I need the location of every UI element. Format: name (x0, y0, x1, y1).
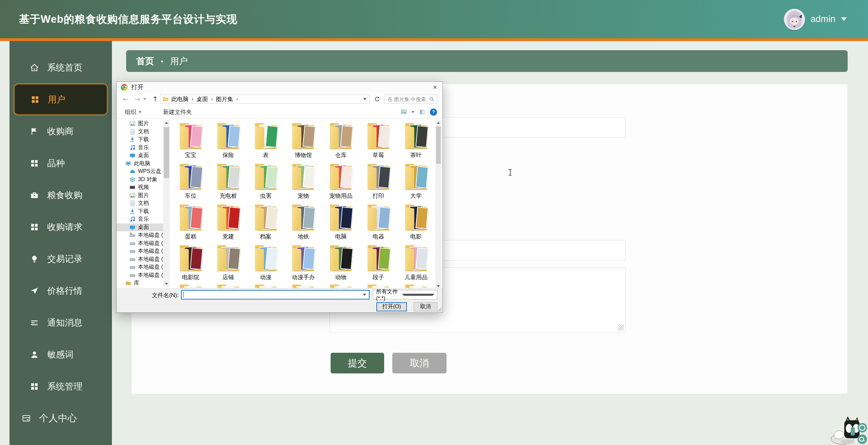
new-folder-button[interactable]: 新建文件夹 (163, 108, 192, 116)
search-input[interactable] (385, 96, 428, 102)
tree-item[interactable]: 此电脑 (117, 160, 163, 168)
folder-item[interactable]: 宝宝 (172, 121, 210, 162)
folder-item[interactable]: 草莓 (360, 121, 397, 162)
chevron-down-icon[interactable] (363, 294, 366, 296)
tree-scrollbar[interactable] (163, 120, 170, 287)
cancel-button[interactable]: 取消 (392, 353, 447, 373)
dialog-cancel-button[interactable]: 取消 (414, 302, 437, 311)
folder-item[interactable]: 博物馆 (284, 121, 322, 162)
dialog-titlebar[interactable]: 打开 × (117, 82, 442, 93)
tree-item[interactable]: 图片 (117, 120, 163, 128)
textarea-resize-grip[interactable] (618, 325, 624, 331)
folder-item[interactable]: 蛋糕 (172, 202, 210, 243)
refresh-button[interactable] (372, 94, 382, 104)
sidebar-item[interactable]: 个人中心 (9, 402, 112, 434)
dialog-resize-grip[interactable] (437, 307, 442, 312)
filetype-filter[interactable]: 所有文件 (*.*) (373, 290, 437, 299)
folder-item[interactable]: 儿童用品 (397, 243, 435, 284)
tree-item[interactable]: WPS云盘 (117, 168, 163, 176)
folder-item[interactable]: 档案 (247, 202, 284, 243)
breadcrumb-home[interactable]: 首页 (136, 55, 154, 67)
folder-item[interactable]: 动漫手办 (284, 243, 322, 284)
filename-combo[interactable] (181, 290, 370, 299)
tree-item[interactable]: 音乐 (117, 144, 163, 152)
address-bar[interactable]: 此电脑 › 桌面 › 图片集 › (160, 94, 370, 104)
scroll-down-icon[interactable] (437, 285, 440, 287)
tree-item[interactable]: 图片 (117, 192, 163, 200)
sidebar-item[interactable]: 系统管理 (9, 370, 112, 402)
sidebar-item[interactable]: 通知消息 (9, 307, 112, 338)
tree-item[interactable]: 文档 (117, 199, 163, 208)
help-icon[interactable]: ? (430, 109, 437, 116)
folder-item[interactable]: 电器 (360, 202, 397, 243)
tree-item[interactable]: 桌面 (117, 224, 163, 232)
tree-item[interactable]: 下载 (117, 208, 163, 216)
scrollbar-thumb[interactable] (436, 127, 441, 164)
sidebar-item[interactable]: 用户 (14, 83, 108, 115)
user-menu[interactable]: admin (784, 0, 847, 38)
folder-item[interactable]: 宠物用品 (322, 162, 360, 202)
up-icon[interactable]: ↑ (153, 95, 158, 103)
folder-item[interactable]: 动物 (322, 243, 360, 284)
dialog-open-button[interactable]: 打开(O) (376, 302, 407, 311)
sidebar-item[interactable]: 价格行情 (9, 275, 112, 307)
tree-item[interactable]: 库 (117, 279, 163, 287)
scroll-up-icon[interactable] (165, 122, 168, 124)
address-crumb[interactable]: 图片集 (215, 95, 234, 103)
folder-item[interactable]: 电影 (397, 202, 435, 243)
grid-scrollbar[interactable] (435, 120, 441, 289)
scrollbar-thumb[interactable] (164, 127, 169, 178)
tree-item[interactable]: 本地磁盘 (I:) (117, 271, 163, 279)
tree-item[interactable]: 本地磁盘 (E:) (117, 239, 163, 248)
sidebar-item[interactable]: 交易记录 (9, 243, 112, 275)
folder-item[interactable]: 仓库 (322, 121, 360, 162)
folder-item[interactable]: 大学 (397, 162, 435, 202)
folder-item[interactable]: 宠物 (284, 162, 322, 202)
tree-item[interactable]: 文档 (117, 128, 163, 136)
folder-item[interactable]: 虫害 (247, 162, 284, 202)
tree-item[interactable]: 音乐 (117, 215, 163, 224)
folder-item[interactable]: 段子 (360, 243, 397, 284)
address-dropdown-icon[interactable] (363, 98, 367, 100)
folder-item[interactable]: 打印 (360, 162, 397, 202)
tree-item[interactable]: 本地磁盘 (C:) (117, 231, 163, 239)
search-box[interactable] (384, 94, 437, 104)
tree-item[interactable]: 下载 (117, 136, 163, 144)
sidebar-item[interactable]: 收购请求 (9, 211, 112, 243)
tree-item[interactable]: 桌面 (117, 152, 163, 160)
sidebar-item[interactable]: 收购商 (9, 115, 112, 147)
scroll-up-icon[interactable] (437, 122, 440, 124)
filename-input[interactable] (182, 290, 363, 299)
folder-item[interactable]: 表 (247, 121, 284, 162)
tree-item[interactable]: 3D 对象 (117, 176, 163, 184)
folder-item[interactable]: 党建 (210, 202, 247, 243)
address-crumb[interactable]: 桌面 (196, 95, 209, 103)
view-thumbnails-icon[interactable] (400, 109, 407, 115)
floating-buttons[interactable] (856, 423, 868, 445)
view-dropdown-icon[interactable] (412, 111, 414, 113)
address-crumb[interactable]: 此电脑 (171, 95, 189, 103)
tree-item[interactable]: 本地磁盘 (F:) (117, 247, 163, 255)
back-icon[interactable]: ← (123, 95, 129, 103)
sidebar-item[interactable]: 敏感词 (9, 338, 112, 370)
folder-item[interactable]: 充电桩 (210, 162, 247, 202)
recent-locations-icon[interactable] (143, 98, 146, 100)
folder-item[interactable]: 茶叶 (397, 121, 435, 162)
preview-pane-icon[interactable] (419, 109, 426, 115)
forward-icon[interactable]: → (135, 95, 140, 103)
submit-button[interactable]: 提交 (331, 353, 384, 373)
folder-item[interactable]: 动漫 (247, 243, 284, 284)
folder-item[interactable]: 保险 (210, 121, 247, 162)
sidebar-item[interactable]: 系统首页 (9, 52, 112, 83)
organize-button[interactable]: 组织 (125, 108, 141, 116)
tree-item[interactable]: 本地磁盘 (H:) (117, 263, 163, 271)
scroll-down-icon[interactable] (165, 283, 168, 285)
sidebar-item[interactable]: 品种 (9, 147, 112, 179)
folder-item[interactable]: 地铁 (284, 202, 322, 243)
folder-item[interactable]: 电影院 (172, 243, 210, 284)
folder-item[interactable]: 店铺 (210, 243, 247, 284)
sidebar-item[interactable]: 粮食收购 (9, 179, 112, 211)
tree-item[interactable]: 视频 (117, 183, 163, 192)
folder-item[interactable]: 电脑 (322, 202, 360, 243)
avatar[interactable] (784, 9, 805, 30)
